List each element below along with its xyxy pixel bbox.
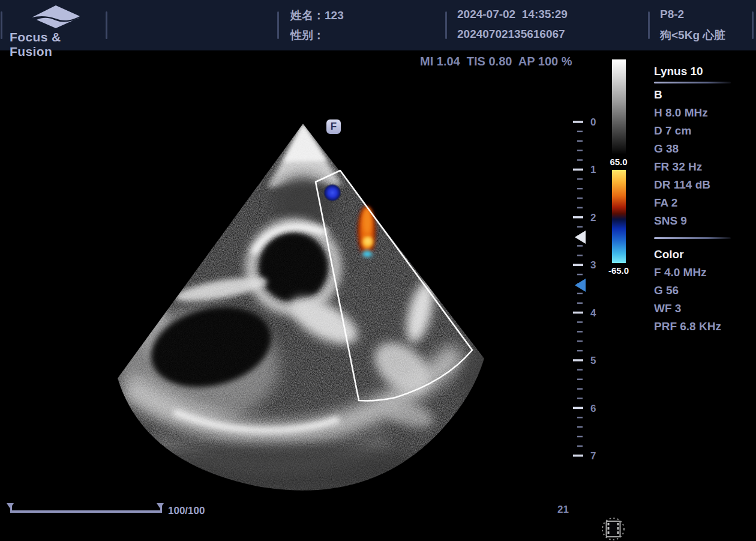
depth-marker-blue[interactable] xyxy=(575,279,586,292)
b-mode-title: B xyxy=(654,86,744,104)
depth-label: 6 xyxy=(590,403,596,414)
separator xyxy=(277,11,279,39)
color-scale-min: -65.0 xyxy=(601,265,637,276)
patient-name-value: 123 xyxy=(325,9,344,22)
separator xyxy=(1,11,2,39)
separator xyxy=(752,11,754,39)
color-mode-param: F 4.0 MHz xyxy=(654,264,744,282)
color-mode-param: PRF 6.8 KHz xyxy=(654,318,744,336)
color-mode-param: WF 3 xyxy=(654,300,744,318)
film-icon[interactable] xyxy=(601,517,625,541)
depth-label: 1 xyxy=(590,164,596,175)
separator xyxy=(648,11,650,39)
patient-sex-row: 性别： xyxy=(290,28,325,43)
ultrasound-image[interactable]: 0 1 2 3 4 5 6 7 xyxy=(0,50,756,541)
cine-position-handle[interactable] xyxy=(157,503,164,509)
depth-ruler: 0 1 2 3 4 5 6 7 xyxy=(573,116,596,462)
frame-number: 21 xyxy=(557,504,569,516)
color-doppler-bar xyxy=(612,170,626,263)
parameter-panel: Lynus 10 B H 8.0 MHz D 7 cm G 38 FR 32 H… xyxy=(654,64,744,336)
exam-preset: 狗<5Kg 心脏 xyxy=(660,29,725,41)
color-sample-marker[interactable] xyxy=(323,184,341,202)
color-mode-param: G 56 xyxy=(654,282,744,300)
b-mode-param: G 38 xyxy=(654,140,744,158)
b-mode-param: DR 114 dB xyxy=(654,176,744,194)
cine-progress-bar[interactable] xyxy=(11,510,162,513)
exam-id: 20240702135616067 xyxy=(457,28,565,40)
color-mode-title: Color xyxy=(654,246,744,264)
patient-sex-label: 性别： xyxy=(290,29,325,41)
depth-label: 2 xyxy=(590,212,596,223)
orientation-marker-badge: F xyxy=(326,119,341,134)
cine-frame-counter: 100/100 xyxy=(168,505,205,517)
focus-marker[interactable] xyxy=(575,231,586,244)
patient-name-row: 姓名：123 xyxy=(290,8,344,23)
color-scale-max: 65.0 xyxy=(601,157,637,167)
brand-logo-icon xyxy=(30,4,82,29)
b-mode-anatomy xyxy=(90,114,510,510)
patient-name-label: 姓名： xyxy=(290,9,325,22)
b-mode-param: SNS 9 xyxy=(654,212,744,230)
panel-divider xyxy=(654,82,731,83)
b-mode-param: D 7 cm xyxy=(654,122,744,140)
depth-label: 3 xyxy=(590,259,596,271)
exam-datetime: 2024-07-02 14:35:29 xyxy=(457,8,568,20)
b-mode-param: FA 2 xyxy=(654,194,744,212)
grayscale-bar xyxy=(612,59,626,154)
depth-label: 4 xyxy=(590,307,596,319)
b-mode-param: H 8.0 MHz xyxy=(654,104,744,122)
b-mode-param: FR 32 Hz xyxy=(654,158,744,176)
system-name: Lynus 10 xyxy=(654,64,744,79)
panel-divider xyxy=(654,237,731,239)
separator xyxy=(445,11,447,39)
separator xyxy=(106,11,107,39)
depth-label: 7 xyxy=(590,450,596,462)
depth-label: 5 xyxy=(590,355,596,366)
cine-start-marker xyxy=(7,503,14,509)
top-bar: Focus & Fusion 姓名：123 性别： 2024-07-02 14:… xyxy=(0,0,756,50)
probe-model: P8-2 xyxy=(660,8,684,20)
depth-label: 0 xyxy=(590,116,596,128)
